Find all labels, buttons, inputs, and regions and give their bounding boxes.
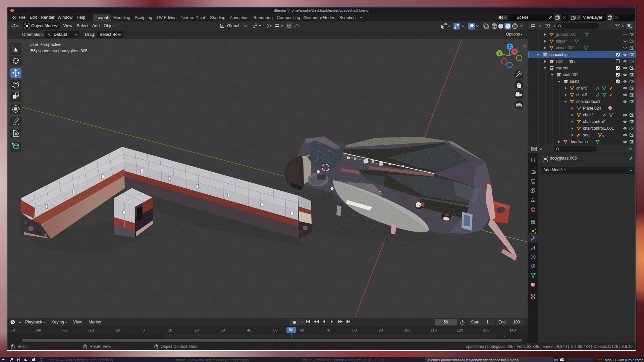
svg-text:(56) spaceship | bodyglass.005: (56) spaceship | bodyglass.005: [30, 49, 88, 53]
svg-text:User Perspective: User Perspective: [30, 42, 61, 47]
svg-text:Y: Y: [498, 51, 500, 55]
svg-text:Z: Z: [509, 45, 511, 49]
svg-text:X: X: [513, 50, 516, 54]
